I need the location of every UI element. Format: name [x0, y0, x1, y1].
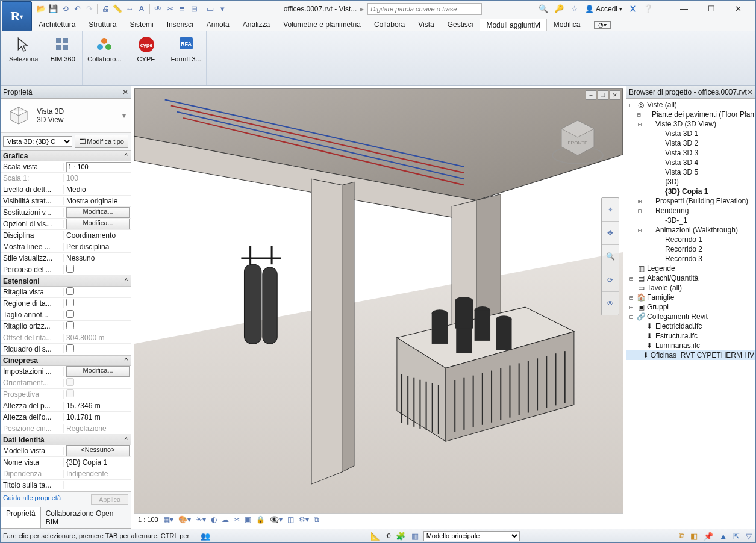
crop-region-checkbox[interactable] — [66, 299, 74, 306]
sun-path-checkbox[interactable] — [66, 265, 74, 273]
zoom-button[interactable]: 🔍 — [602, 245, 619, 268]
group-estensioni[interactable]: Estensioni⌃ — [1, 276, 131, 287]
vg-overrides-button[interactable]: Modifica... — [66, 207, 130, 218]
scale-input[interactable] — [66, 162, 131, 172]
select-face-icon[interactable]: ▲ — [718, 532, 728, 541]
select-pinned-icon[interactable]: 📌 — [702, 532, 714, 541]
type-selector[interactable]: Vista 3D 3D View ▾ — [1, 99, 131, 133]
crop-view-icon[interactable]: ✂ — [234, 515, 240, 524]
ribbon-tab-annota[interactable]: Annota — [200, 18, 236, 31]
tree-item[interactable]: ⬇Electricidad.ifc — [626, 321, 755, 331]
select-underlay-icon[interactable]: ◧ — [689, 532, 699, 541]
ribbon-tab-architettura[interactable]: Architettura — [32, 18, 82, 31]
group-dati[interactable]: Dati identità⌃ — [1, 435, 131, 445]
target-elevation[interactable]: 10.1781 m — [64, 413, 131, 421]
tree-item[interactable]: ⬇Oficinas_RVT CYPETHERM HV — [626, 350, 755, 360]
tab-openbim[interactable]: Collaborazione Open BIM — [40, 507, 131, 529]
tree-item[interactable]: Vista 3D 4 — [626, 158, 755, 167]
tree-item[interactable]: ⊞Piante dei pavimenti (Floor Plan — [626, 110, 755, 119]
signin-button[interactable]: 👤Accedi▾ — [585, 5, 622, 13]
detail-level[interactable]: Medio — [64, 185, 131, 194]
temporary-hide-icon[interactable]: 👁‍🗨▾ — [270, 515, 283, 524]
tree-item[interactable]: ▥Legende — [626, 264, 755, 273]
close-hidden-icon[interactable]: ⊟ — [189, 4, 199, 14]
chevron-down-icon[interactable]: ▾ — [122, 111, 126, 120]
tree-item[interactable]: Recorrido 1 — [626, 235, 755, 244]
viewcube[interactable]: FRONTE — [551, 113, 605, 167]
show-crop-region-icon[interactable]: ▣ — [245, 515, 251, 524]
tree-item[interactable]: ⊞▤Abachi/Quantità — [626, 273, 755, 283]
far-clip-checkbox[interactable] — [66, 321, 74, 329]
search-input[interactable] — [367, 3, 482, 15]
ribbon-tab-inserisci[interactable]: Inserisci — [160, 18, 200, 31]
formit-button[interactable]: RFA FormIt 3... — [170, 34, 202, 64]
ribbon-tab-analizza[interactable]: Analizza — [236, 18, 276, 31]
redo-icon[interactable]: ↷ — [84, 4, 95, 14]
tree-item[interactable]: Vista 3D 1 — [626, 129, 755, 138]
tab-properties[interactable]: Proprietà — [1, 507, 41, 529]
edit-type-button[interactable]: 🗔Modifica tipo — [75, 135, 128, 148]
customize-qat-icon[interactable]: ▾ — [217, 4, 228, 14]
measure-icon[interactable]: 📏 — [112, 4, 123, 14]
properties-help-link[interactable]: Guida alle proprietà — [3, 494, 61, 505]
favorite-icon[interactable]: ☆ — [569, 4, 580, 14]
search-icon[interactable]: 🔍 — [538, 4, 549, 14]
lock-view-icon[interactable]: 🔒 — [256, 515, 265, 524]
save-icon[interactable]: 💾 — [48, 4, 58, 14]
tree-item[interactable]: Recorrido 2 — [626, 244, 755, 254]
view-template-button[interactable]: <Nessuno> — [66, 445, 130, 456]
cype-button[interactable]: cype CYPE — [136, 34, 157, 64]
tree-item[interactable]: ⊟◎Viste (all) — [626, 100, 755, 110]
tree-item[interactable]: -3D-_1 — [626, 216, 755, 225]
text-icon[interactable]: A — [136, 4, 147, 14]
exchange-icon[interactable]: Ⅹ — [627, 4, 638, 14]
collaborate-button[interactable]: Collaboro... — [86, 34, 122, 64]
tree-item[interactable]: ⬇Estructura.ifc — [626, 331, 755, 341]
design-options-icon[interactable]: ▥ — [410, 532, 420, 541]
ribbon-tab-volumetrie-e-planimetria[interactable]: Volumetrie e planimetria — [276, 18, 367, 31]
instance-combo[interactable]: Vista 3D: {3D} C — [3, 136, 72, 147]
graphic-display-button[interactable]: Modifica... — [66, 219, 130, 229]
view-restore-button[interactable]: ❐ — [598, 90, 608, 100]
section-icon[interactable]: ✂ — [164, 4, 175, 14]
maximize-button[interactable]: ☐ — [698, 1, 725, 17]
highlight-displacement-icon[interactable]: ⧉ — [314, 515, 319, 524]
filter-selection-icon[interactable]: ▽ — [745, 532, 753, 541]
view-close-button[interactable]: ✕ — [610, 90, 620, 100]
detail-level-icon[interactable]: ▦▾ — [163, 515, 173, 524]
view-icon[interactable]: 👁 — [152, 4, 163, 14]
ribbon-tab-gestisci[interactable]: Gestisci — [441, 18, 480, 31]
close-icon[interactable]: ✕ — [747, 88, 753, 96]
view-canvas[interactable]: FRONTE ⌖ ✥ 🔍 ⟳ 👁 — [134, 89, 623, 513]
close-icon[interactable]: ✕ — [122, 88, 128, 96]
tree-item[interactable]: ▭Tavole (all) — [626, 283, 755, 293]
full-nav-wheel-button[interactable]: ⌖ — [602, 198, 619, 222]
pan-button[interactable]: ✥ — [602, 222, 619, 245]
visual-style-icon[interactable]: 🎨▾ — [178, 515, 191, 524]
ribbon-tab-moduli-aggiuntivi[interactable]: Moduli aggiuntivi — [480, 19, 546, 31]
ribbon-tab-collabora[interactable]: Collabora — [367, 18, 411, 31]
help-icon[interactable]: ❔ — [643, 4, 654, 14]
app-menu-button[interactable]: R▾ — [2, 1, 32, 31]
tree-item[interactable]: Vista 3D 3 — [626, 148, 755, 158]
ribbon-tab-vista[interactable]: Vista — [411, 18, 440, 31]
view-minimize-button[interactable]: – — [586, 90, 596, 100]
tree-item[interactable]: ⬇Luminarias.ifc — [626, 341, 755, 350]
worksets-icon[interactable]: 👥 — [199, 532, 211, 541]
rendering-dialog-icon[interactable]: ☁ — [222, 515, 229, 524]
tree-item[interactable]: ⊟🔗Collegamenti Revit — [626, 312, 755, 321]
close-button[interactable]: ✕ — [725, 1, 752, 17]
print-icon[interactable]: 🖨 — [100, 4, 111, 14]
tree-item[interactable]: ⊟Rendering — [626, 206, 755, 216]
sync-icon[interactable]: ⟲ — [60, 4, 70, 14]
shadows-icon[interactable]: ◐ — [211, 515, 217, 524]
minimize-button[interactable]: — — [670, 1, 698, 17]
tree-item[interactable]: Vista 3D 2 — [626, 138, 755, 148]
drag-elements-icon[interactable]: ⇱ — [732, 532, 741, 541]
open-icon[interactable]: 📂 — [36, 4, 46, 14]
tree-item[interactable]: ⊞🏠Famiglie — [626, 293, 755, 302]
eye-elevation[interactable]: 15.7346 m — [64, 402, 131, 410]
switch-windows-icon[interactable]: ▭ — [205, 4, 216, 14]
tree-item[interactable]: ⊟Viste 3D (3D View) — [626, 119, 755, 129]
select-links-icon[interactable]: ⧉ — [678, 531, 686, 541]
